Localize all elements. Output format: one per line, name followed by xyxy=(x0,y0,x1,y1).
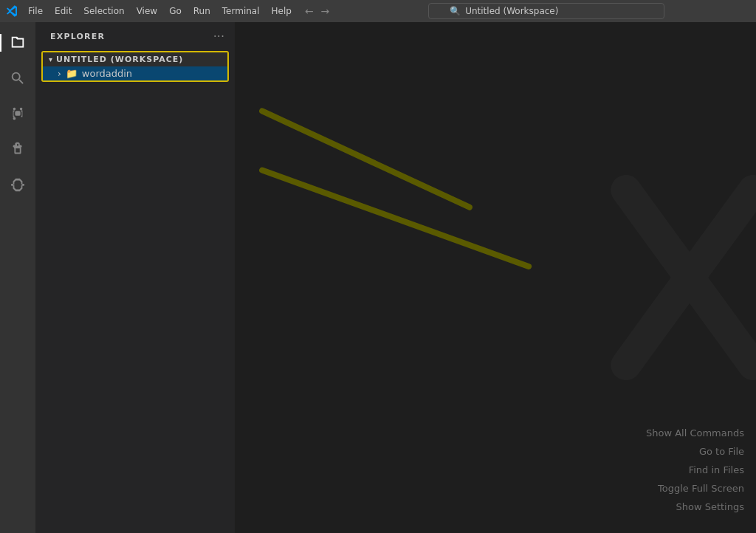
nav-back-button[interactable]: ← xyxy=(302,5,317,17)
menu-selection[interactable]: Selection xyxy=(78,0,130,22)
activity-bar xyxy=(0,22,35,533)
menu-bar: File Edit Selection View Go Run Terminal… xyxy=(22,0,298,22)
menu-file[interactable]: File xyxy=(22,0,49,22)
go-to-file-hint[interactable]: Go to File xyxy=(699,443,744,460)
menu-edit[interactable]: Edit xyxy=(49,0,78,22)
menu-help[interactable]: Help xyxy=(266,0,298,22)
search-box[interactable]: 🔍 Untitled (Workspace) xyxy=(428,3,664,19)
find-in-files-hint[interactable]: Find in Files xyxy=(689,461,744,478)
show-settings-hint[interactable]: Show Settings xyxy=(676,498,744,515)
titlebar-search-area: 🔍 Untitled (Workspace) xyxy=(343,3,750,19)
vscode-logo-icon xyxy=(6,5,18,17)
activity-extensions[interactable] xyxy=(0,167,35,202)
menu-view[interactable]: View xyxy=(131,0,163,22)
svg-line-0 xyxy=(262,111,470,207)
tree-item-wordaddin[interactable]: › 📁 wordaddin xyxy=(43,66,227,80)
background-x-icon xyxy=(608,174,756,381)
search-workspace-label: Untitled (Workspace) xyxy=(465,6,558,16)
sidebar-more-actions-button[interactable]: ··· xyxy=(212,28,226,45)
hints-panel: Show All Commands Go to File Find in Fil… xyxy=(608,419,756,533)
show-all-commands-hint[interactable]: Show All Commands xyxy=(646,424,744,441)
svg-line-1 xyxy=(262,171,529,266)
workspace-section: ▾ UNTITLED (WORKSPACE) › 📁 wordaddin xyxy=(41,51,229,82)
menu-terminal[interactable]: Terminal xyxy=(216,0,266,22)
activity-explorer[interactable] xyxy=(0,25,35,61)
nav-buttons: ← → xyxy=(302,5,332,17)
activity-search[interactable] xyxy=(0,61,35,96)
activity-source-control[interactable] xyxy=(0,96,35,131)
toggle-full-screen-hint[interactable]: Toggle Full Screen xyxy=(658,480,744,497)
files-icon xyxy=(10,35,26,51)
search-activity-icon xyxy=(10,70,26,86)
sidebar-header: EXPLORER ··· xyxy=(35,22,235,48)
titlebar: File Edit Selection View Go Run Terminal… xyxy=(0,0,756,22)
workspace-chevron-icon: ▾ xyxy=(49,55,53,63)
folder-icon: 📁 xyxy=(66,68,78,79)
editor-area: Show All Commands Go to File Find in Fil… xyxy=(235,22,756,533)
workspace-header[interactable]: ▾ UNTITLED (WORKSPACE) xyxy=(43,52,227,66)
menu-run[interactable]: Run xyxy=(188,0,216,22)
sidebar-actions: ··· xyxy=(212,28,226,45)
chevron-right-icon: › xyxy=(58,69,61,79)
tree-item-label: wordaddin xyxy=(82,68,132,79)
search-mag-icon: 🔍 xyxy=(450,6,461,16)
nav-forward-button[interactable]: → xyxy=(318,5,333,17)
extensions-activity-icon xyxy=(10,176,26,193)
explorer-tree: ▾ UNTITLED (WORKSPACE) › 📁 wordaddin xyxy=(35,48,235,533)
source-control-activity-icon xyxy=(10,106,26,122)
main-area: EXPLORER ··· ▾ UNTITLED (WORKSPACE) › 📁 … xyxy=(0,22,756,533)
menu-go[interactable]: Go xyxy=(163,0,188,22)
debug-activity-icon xyxy=(10,141,26,157)
sidebar-title: EXPLORER xyxy=(50,32,105,41)
activity-debug[interactable] xyxy=(0,131,35,167)
workspace-label: UNTITLED (WORKSPACE) xyxy=(56,55,183,64)
sidebar: EXPLORER ··· ▾ UNTITLED (WORKSPACE) › 📁 … xyxy=(35,22,235,533)
